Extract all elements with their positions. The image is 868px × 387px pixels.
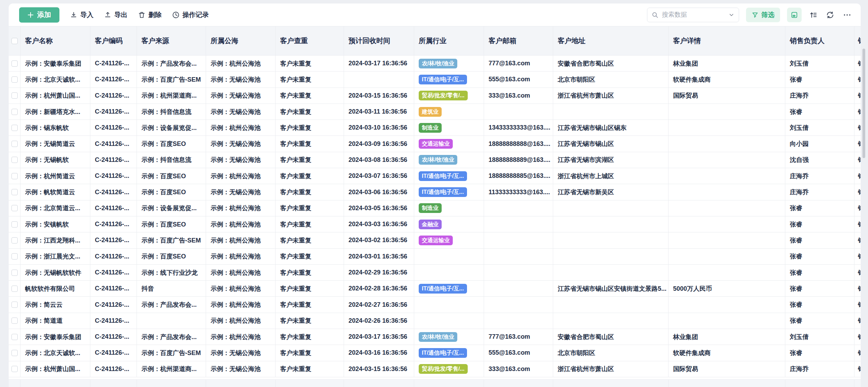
search-box[interactable]	[647, 8, 739, 22]
sort-button[interactable]	[809, 10, 818, 20]
cell-detail: 软硬件集成商	[669, 345, 785, 361]
row-checkbox[interactable]	[9, 104, 21, 120]
cell-detail	[669, 184, 785, 200]
cell-clipped: 销	[854, 313, 861, 329]
row-checkbox[interactable]	[9, 88, 21, 104]
import-button[interactable]: 导入	[70, 10, 93, 19]
row-checkbox[interactable]	[9, 281, 21, 296]
cell-email: 13433333333@163....	[484, 120, 553, 135]
table-row[interactable]: 示例：安徽泰乐集团C-241126-...示例：产品发布会...示例：杭州公海池…	[9, 56, 861, 72]
table-row[interactable]: 示例：新疆塔克水...C-241126-...示例：抖音信息流示例：无锡公海池客…	[9, 104, 861, 120]
table-row[interactable]: 示例：无锡帆软软件C-241126-...示例：线下行业沙龙示例：杭州公海池客户…	[9, 265, 861, 281]
cell-sales: 刘玉倩	[785, 120, 854, 135]
checkbox-icon	[11, 237, 18, 244]
table-row[interactable]: 示例：北京天诚软...C-241126-...示例：百度广告-SEM示例：无锡公…	[9, 72, 861, 88]
row-checkbox[interactable]	[9, 120, 21, 135]
row-checkbox[interactable]	[9, 152, 21, 168]
table-row[interactable]: 示例：北京天诚软...C-241126-...示例：百度广告-SEM示例：无锡公…	[9, 345, 861, 361]
table-row[interactable]: 示例：杭州萧山国...C-241126-...示例：杭州渠道商...示例：无锡公…	[9, 88, 861, 104]
cell-detail: 林业集团	[669, 56, 785, 71]
table-row[interactable]: 示例：杭州简道云C-241126-...示例：百度SEO示例：杭州公海池客户未重…	[9, 168, 861, 184]
cell-name: 示例：北京天诚软...	[21, 345, 90, 361]
table-row[interactable]: 示例：简云云C-241126-...示例：产品发布会...示例：杭州公海池客户未…	[9, 297, 861, 313]
delete-button[interactable]: 删除	[138, 10, 162, 19]
row-checkbox[interactable]	[9, 329, 21, 345]
checkbox-icon	[11, 189, 18, 195]
cell-address: 浙江省杭州市萧山区	[553, 88, 669, 104]
summary-cell	[206, 380, 276, 387]
cell-code: C-241126-...	[90, 265, 137, 280]
cell-clipped: 销	[854, 184, 861, 200]
row-checkbox[interactable]	[9, 249, 21, 264]
cell-industry: IT/通信/电子/互...	[414, 168, 484, 184]
cell-code: C-241126-...	[90, 329, 137, 345]
export-button[interactable]: 导出	[104, 10, 128, 19]
add-button[interactable]: 添加	[19, 7, 59, 23]
search-input[interactable]	[661, 11, 726, 19]
row-checkbox[interactable]	[9, 184, 21, 200]
cell-detail	[669, 232, 785, 248]
row-checkbox[interactable]	[9, 232, 21, 248]
summary-cell	[21, 380, 90, 387]
cell-source: 示例：百度广告-SEM	[137, 345, 206, 361]
cell-time: 2024-03-03 16:36:56	[344, 216, 414, 232]
row-checkbox[interactable]	[9, 56, 21, 71]
cell-detail: 软硬件集成商	[669, 72, 785, 87]
industry-tag: IT/通信/电子/互...	[419, 187, 467, 197]
row-checkbox[interactable]	[9, 200, 21, 216]
row-checkbox[interactable]	[9, 313, 21, 329]
view-settings-button[interactable]	[787, 8, 802, 22]
cell-name: 示例：安徽泰乐集团	[21, 56, 90, 71]
table-row[interactable]: 示例：无锡简道云C-241126-...示例：百度SEO示例：无锡公海池客户未重…	[9, 136, 861, 152]
row-checkbox[interactable]	[9, 297, 21, 312]
cell-pool: 示例：无锡公海池	[206, 152, 276, 168]
table-row[interactable]: 示例：简道道C-241126-...示例：杭州公海池客户未重复2024-02-2…	[9, 313, 861, 329]
checkbox-icon	[11, 141, 18, 147]
cell-industry: 贸易/批发/零售/...	[414, 361, 484, 377]
refresh-button[interactable]	[825, 10, 835, 20]
operation-log-button[interactable]: 操作记录	[172, 10, 209, 19]
checkbox-icon	[11, 38, 18, 44]
cell-email	[484, 297, 553, 312]
column-header-time: 预计回收时间	[344, 26, 414, 55]
row-checkbox[interactable]	[9, 361, 21, 377]
table-row[interactable]: 示例：北京简道云...C-241126-...示例：设备展览促...示例：杭州公…	[9, 200, 861, 216]
cell-source	[137, 313, 206, 329]
cell-pool: 示例：无锡公海池	[206, 136, 276, 151]
cell-email	[484, 104, 553, 120]
table-row[interactable]: 示例：安徽泰乐集团C-241126-...示例：产品发布会...示例：杭州公海池…	[9, 329, 861, 345]
table-row[interactable]: 示例：帆软简道云C-241126-...示例：百度SEO示例：无锡公海池客户未重…	[9, 184, 861, 200]
table-row[interactable]: 示例：锡东帆软C-241126-...示例：设备展览促...示例：杭州公海池客户…	[9, 120, 861, 136]
cell-clipped: 销	[854, 329, 861, 345]
table-row[interactable]: 示例：无锡帆软C-241126-...示例：抖音信息流示例：无锡公海池客户未重复…	[9, 152, 861, 168]
cell-code: C-241126-...	[90, 168, 137, 184]
summary-cell	[9, 380, 21, 387]
table-row[interactable]: 示例：浙江晨光文...C-241126-...示例：百度SEO示例：杭州公海池客…	[9, 249, 861, 265]
cell-time: 2024-03-15 16:36:56	[344, 361, 414, 377]
chevron-down-icon[interactable]	[728, 12, 735, 18]
industry-tag: 贸易/批发/零售/...	[419, 91, 468, 100]
cell-name: 示例：锡东帆软	[21, 120, 90, 135]
select-all-checkbox[interactable]	[9, 26, 21, 55]
cell-detail: 5000万人民币	[669, 281, 785, 296]
checkbox-icon	[11, 109, 18, 115]
cell-address: 浙江省杭州市萧山区	[553, 361, 669, 377]
filter-button[interactable]: 筛选	[746, 8, 780, 22]
industry-tag: 贸易/批发/零售/...	[419, 364, 468, 374]
table-row[interactable]: 帆软软件有限公司C-241126-...抖音示例：杭州公海池客户未重复2024-…	[9, 281, 861, 297]
row-checkbox[interactable]	[9, 345, 21, 361]
vertical-scrollbar[interactable]	[862, 49, 865, 158]
row-checkbox[interactable]	[9, 168, 21, 184]
summary-row-partial	[9, 379, 861, 387]
table-row[interactable]: 示例：江西龙翔科...C-241126-...示例：百度广告-SEM示例：杭州公…	[9, 232, 861, 248]
column-header-detail: 客户详情	[669, 26, 785, 55]
row-checkbox[interactable]	[9, 216, 21, 232]
table-row[interactable]: 示例：杭州萧山国...C-241126-...示例：杭州渠道商...示例：无锡公…	[9, 361, 861, 377]
row-checkbox[interactable]	[9, 265, 21, 280]
row-checkbox[interactable]	[9, 72, 21, 87]
table-row[interactable]: 示例：安镇帆软C-241126-...示例：百度SEO示例：杭州公海池客户未重复…	[9, 216, 861, 232]
column-header-dedup: 客户查重	[276, 26, 344, 55]
cell-address: 江苏省无锡市滨湖区	[553, 152, 669, 168]
row-checkbox[interactable]	[9, 136, 21, 151]
more-button[interactable]	[842, 10, 852, 20]
